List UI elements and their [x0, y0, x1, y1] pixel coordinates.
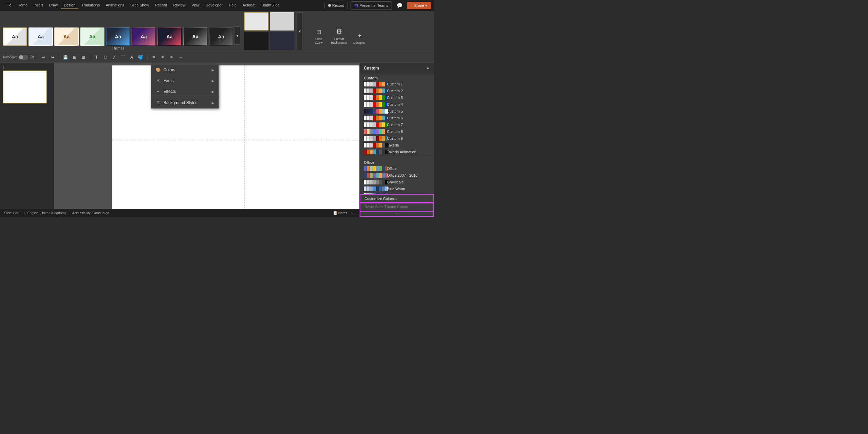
swatch	[364, 173, 367, 178]
color-name-blue-warm: Blue Warm	[387, 187, 405, 191]
comment-button[interactable]: 💬	[395, 1, 404, 10]
save-button[interactable]: 💾	[62, 54, 70, 61]
present-teams-button[interactable]: ⊞ Present in Teams	[351, 1, 392, 10]
notes-button[interactable]: 📝 Notes	[333, 211, 347, 215]
theme-thumb-4[interactable]: Aa	[80, 27, 104, 46]
menu-animations[interactable]: Animations	[103, 2, 127, 9]
color-item-custom1[interactable]: Custom 1	[360, 81, 434, 87]
theme-thumb-8[interactable]: Aa	[183, 27, 208, 46]
record-button[interactable]: Record	[324, 2, 348, 9]
dropdown-colors[interactable]: 🎨 Colors ▶	[151, 64, 218, 75]
theme-thumb-1[interactable]: Aa	[3, 27, 27, 46]
swatch	[364, 166, 367, 171]
title-bar-right: Record ⊞ Present in Teams 💬 ↑ Share ▾	[324, 1, 431, 10]
swatch	[373, 150, 376, 154]
align-center[interactable]: ≡	[159, 54, 166, 61]
autosave-toggle[interactable]	[19, 55, 28, 60]
dropdown-effects[interactable]: ✦ Effects ▶	[151, 86, 218, 97]
color-item-takeda-anim[interactable]: Takeda Animation	[360, 149, 434, 155]
font-color-button[interactable]: A	[128, 54, 136, 61]
record-dot-icon	[328, 4, 331, 7]
menu-brightslide[interactable]: BrightSlide	[259, 2, 282, 9]
swatch	[382, 122, 385, 127]
theme-thumb-3[interactable]: Aa	[54, 27, 79, 46]
normal-view-icon[interactable]: ⊞	[350, 210, 356, 216]
color-item-office2007[interactable]: Office 2007 - 2010	[360, 172, 434, 179]
color-item-blue-warm[interactable]: Blue Warm	[360, 185, 434, 192]
reset-theme-button[interactable]: Reset Slide Theme Colors	[360, 203, 433, 211]
off-label: Off	[29, 55, 34, 59]
color-item-custom7[interactable]: Custom 7	[360, 121, 434, 128]
menu-help[interactable]: Help	[226, 2, 239, 9]
new-slide-button[interactable]: ⊞	[71, 54, 78, 61]
menu-insert[interactable]: Insert	[31, 2, 46, 9]
swatch	[376, 82, 379, 86]
variant-thumb-3[interactable]	[244, 32, 269, 50]
layout-button[interactable]: ▦	[80, 54, 87, 61]
fill-color-button[interactable]: 🪣	[137, 54, 144, 61]
teams-icon: ⊞	[354, 3, 358, 8]
share-button[interactable]: ↑ Share ▾	[407, 2, 431, 9]
slide-thumbnail[interactable]	[3, 71, 47, 103]
theme-thumb-5[interactable]: Aa	[106, 27, 130, 46]
align-right[interactable]: ≡	[168, 54, 175, 61]
menu-home[interactable]: Home	[15, 2, 30, 9]
theme-label-8: Aa	[192, 34, 198, 39]
color-item-custom4[interactable]: Custom 4	[360, 101, 434, 108]
color-item-custom9[interactable]: Custom 9	[360, 135, 434, 142]
menu-developer[interactable]: Developer	[203, 2, 225, 9]
undo-button[interactable]: ↩	[40, 54, 47, 61]
theme-thumb-2[interactable]: Aa	[28, 27, 53, 46]
color-name-takeda-anim: Takeda Animation	[387, 150, 416, 154]
theme-thumb-9[interactable]: Aa	[209, 27, 233, 46]
color-name-custom6: Custom 6	[387, 116, 403, 120]
themes-scroll-arrow[interactable]: ▼	[235, 26, 240, 45]
swatch	[370, 82, 373, 86]
swatch	[370, 109, 373, 114]
format-background-button[interactable]: 🖼 FormatBackground	[330, 26, 349, 45]
color-item-custom6[interactable]: Custom 6	[360, 115, 434, 121]
theme-thumb-6[interactable]: Aa	[132, 27, 156, 46]
dropdown-fonts-label: Fonts	[163, 78, 174, 83]
color-item-custom5[interactable]: Custom 5	[360, 108, 434, 115]
designer-button[interactable]: ✦ Designer	[350, 30, 369, 45]
menu-record[interactable]: Record	[152, 2, 170, 9]
arc-tool[interactable]: ⌒	[119, 54, 127, 61]
toolbar-row: AutoSave Off ↩ ↪ 💾 ⊞ ▦ T ⬡ ╱ ⌒ A 🪣 ≡ ≡ ≡…	[0, 52, 434, 63]
menu-transitions[interactable]: Transitions	[79, 2, 102, 9]
swatch	[379, 88, 382, 93]
text-tool[interactable]: T	[93, 54, 100, 61]
menu-review[interactable]: Review	[171, 2, 188, 9]
menu-draw[interactable]: Draw	[46, 2, 61, 9]
menu-view[interactable]: View	[189, 2, 202, 9]
swatch	[379, 95, 382, 100]
swatch	[379, 186, 382, 191]
more-tools[interactable]: ···	[177, 54, 184, 61]
slide-size-button[interactable]: ⊞ SlideSize ▾	[309, 26, 328, 45]
menu-acrobat[interactable]: Acrobat	[240, 2, 258, 9]
color-item-grayscale[interactable]: Grayscale	[360, 179, 434, 185]
variant-thumb-4[interactable]	[270, 32, 294, 50]
color-item-custom8[interactable]: Custom 8	[360, 128, 434, 135]
menu-design[interactable]: Design	[61, 2, 78, 9]
color-item-takeda[interactable]: Takeda	[360, 142, 434, 149]
color-item-office[interactable]: Office	[360, 165, 434, 172]
align-left[interactable]: ≡	[150, 54, 158, 61]
redo-button[interactable]: ↪	[49, 54, 56, 61]
menu-slideshow[interactable]: Slide Show	[127, 2, 152, 9]
variants-scroll-arrow[interactable]: ▼	[297, 12, 302, 50]
dropdown-bg-styles[interactable]: ⊞ Background Styles ▶	[151, 97, 218, 108]
theme-thumb-7[interactable]: Aa	[157, 27, 182, 46]
line-tool[interactable]: ╱	[111, 54, 118, 61]
variant-thumb-1[interactable]	[244, 12, 269, 31]
shapes-tool[interactable]: ⬡	[102, 54, 109, 61]
color-item-blue[interactable]: Blue	[360, 192, 434, 195]
colors-panel-scroll[interactable]: Custom Custom 1	[360, 74, 434, 195]
dropdown-fonts[interactable]: A Fonts ▶	[151, 75, 218, 86]
menu-file[interactable]: File	[3, 2, 14, 9]
swatch	[367, 180, 370, 184]
customize-colors-button[interactable]: Customize Colors...	[360, 195, 433, 203]
variant-thumb-2[interactable]	[270, 12, 294, 31]
color-item-custom2[interactable]: Custom 2	[360, 87, 434, 94]
color-item-custom3[interactable]: Custom 3	[360, 94, 434, 101]
